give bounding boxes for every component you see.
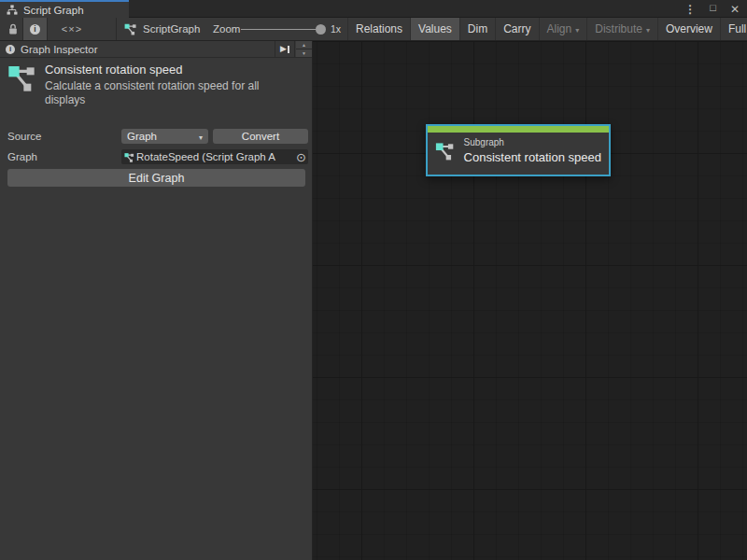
inspector-toggle-button[interactable]: i: [22, 18, 48, 40]
tab-label: Script Graph: [23, 5, 84, 16]
source-dropdown-value: Graph: [127, 131, 157, 142]
spin-down-button[interactable]: ▼: [296, 49, 312, 57]
zoom-slider[interactable]: [241, 18, 325, 40]
inspector-header-title: Graph Inspector: [21, 44, 97, 55]
graph-field-label: Graph: [7, 151, 37, 162]
chevron-down-icon: ▾: [575, 26, 579, 35]
zoom-label: Zoom: [213, 18, 240, 40]
script-graph-window: Script Graph ⋮ □ ✕ i <×>: [0, 0, 747, 560]
code-view-toggle-button[interactable]: <×>: [56, 18, 88, 40]
tab-bar: Script Graph ⋮ □ ✕: [0, 0, 747, 18]
window-menu-icon[interactable]: ⋮: [684, 4, 696, 15]
graph-object-value: RotateSpeed (Script Graph A: [136, 151, 295, 162]
expand-icon: ▶: [280, 45, 287, 53]
distribute-button[interactable]: Distribute▾: [587, 18, 658, 40]
node-type-label: Subgraph: [464, 137, 601, 147]
edit-graph-button[interactable]: Edit Graph: [7, 169, 305, 187]
close-icon[interactable]: ✕: [730, 4, 740, 15]
convert-button[interactable]: Convert: [213, 129, 308, 144]
chevron-down-icon: ▾: [646, 26, 650, 35]
carry-button[interactable]: Carry: [496, 18, 539, 40]
graph-object-field[interactable]: RotateSpeed (Script Graph A ⊙: [121, 149, 308, 164]
zoom-value: 1x: [331, 18, 341, 40]
info-icon: i: [30, 24, 40, 35]
zoom-slider-track: [241, 29, 325, 30]
object-picker-icon[interactable]: ⊙: [296, 151, 306, 163]
script-graph-tab-icon: [7, 5, 18, 15]
graph-inspector-header: i Graph Inspector ▶ ▲ ▼: [0, 41, 312, 58]
subgraph-node[interactable]: Subgraph Consistent rotation speed: [426, 124, 611, 176]
node-title: Consistent rotation speed: [464, 150, 601, 164]
relations-button[interactable]: Relations: [347, 18, 411, 40]
graph-description: Calculate a consistent rotation speed fo…: [45, 79, 295, 107]
subgraph-icon: [435, 138, 456, 163]
graph-icon: [124, 152, 134, 162]
chevron-down-icon: ▾: [199, 133, 203, 142]
overview-button[interactable]: Overview: [658, 18, 721, 40]
toolbar-separator: [116, 18, 117, 40]
graph-inspector-panel: i Graph Inspector ▶ ▲ ▼ Consistent rotat…: [0, 41, 313, 560]
tab-script-graph[interactable]: Script Graph: [0, 0, 129, 18]
breadcrumb-script-graph[interactable]: ScriptGraph: [124, 18, 200, 40]
dim-button[interactable]: Dim: [460, 18, 496, 40]
lock-icon[interactable]: [7, 22, 19, 39]
source-label: Source: [7, 131, 41, 142]
dock-panel-button[interactable]: ▶: [275, 41, 295, 57]
subgraph-node-header: [428, 126, 609, 133]
info-icon: i: [6, 45, 15, 54]
toolbar-buttons: Relations Values Dim Carry Align▾ Distri…: [347, 18, 747, 40]
breadcrumb-label: ScriptGraph: [143, 23, 200, 35]
code-icon: <×>: [62, 23, 82, 35]
subgraph-icon: [7, 63, 37, 92]
window-controls: ⋮ □ ✕: [684, 0, 740, 18]
graph-toolbar: i <×> ScriptGraph Zoom 1x Relations Valu…: [0, 18, 747, 41]
align-button[interactable]: Align▾: [540, 18, 588, 40]
zoom-slider-handle[interactable]: [316, 24, 326, 35]
spin-up-button[interactable]: ▲: [296, 41, 312, 49]
graph-title: Consistent rotation speed: [45, 63, 182, 77]
graph-icon: [124, 22, 137, 35]
maximize-icon[interactable]: □: [710, 3, 716, 13]
graph-canvas[interactable]: Subgraph Consistent rotation speed: [313, 41, 747, 560]
values-button[interactable]: Values: [411, 18, 460, 40]
source-dropdown[interactable]: Graph ▾: [121, 129, 208, 144]
full-screen-button[interactable]: Full Screen: [721, 18, 747, 40]
panel-height-spinner: ▲ ▼: [296, 41, 312, 57]
